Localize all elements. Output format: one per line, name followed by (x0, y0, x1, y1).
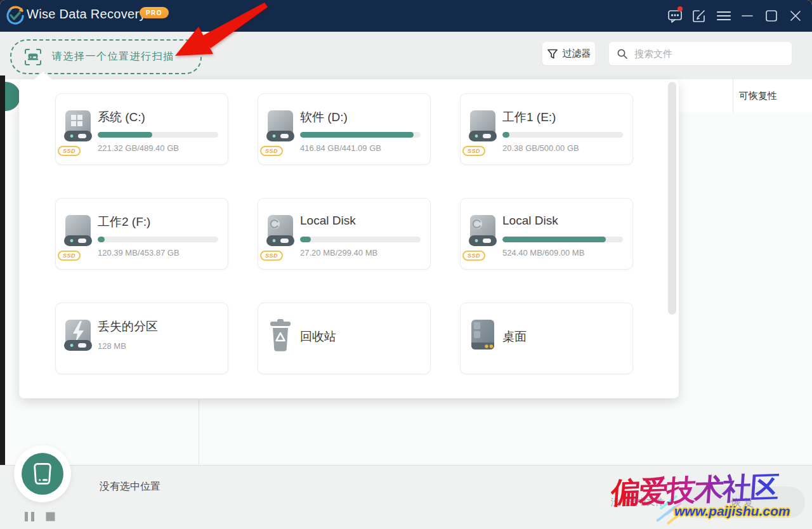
search-icon (617, 48, 628, 60)
drive-icon (265, 318, 296, 353)
drive-card[interactable]: 丢失的分区 128 MB (55, 303, 228, 374)
filter-label: 过滤器 (563, 48, 591, 60)
drive-usage-bar (98, 237, 218, 242)
app-logo-icon (5, 5, 25, 25)
drive-usage-bar (300, 237, 421, 242)
drive-usage-fill (98, 132, 152, 138)
drive-name: 工作2 (F:) (98, 214, 150, 230)
drive-capacity: 120.39 MB/453.87 GB (98, 248, 180, 258)
drive-card[interactable]: SSD Local Disk 524.40 MB/609.00 MB (460, 198, 633, 270)
drive-capacity: 524.40 MB/609.00 MB (502, 248, 584, 258)
filter-icon (547, 48, 558, 60)
drive-card[interactable]: SSD 工作1 (E:) 20.38 GB/500.00 GB (460, 93, 633, 165)
dropdown-caret (34, 72, 52, 79)
app-title: Wise Data Recovery (27, 7, 146, 22)
recover-button[interactable]: 恢复 (681, 487, 805, 518)
drive-icon (265, 214, 296, 248)
select-location-button[interactable]: 请选择一个位置进行扫描 (10, 39, 202, 74)
drive-icon (467, 109, 499, 143)
drive-card[interactable]: 回收站 (258, 303, 431, 374)
stop-icon[interactable] (45, 511, 56, 522)
drive-usage-fill (502, 132, 509, 138)
drive-capacity: 20.38 GB/500.00 GB (502, 143, 579, 153)
drive-usage-bar (98, 132, 218, 138)
drive-capacity: 416.84 GB/441.09 GB (300, 143, 381, 153)
search-box[interactable] (609, 42, 792, 65)
close-button[interactable] (784, 4, 807, 28)
feedback-icon[interactable] (664, 4, 686, 28)
drive-icon (467, 214, 499, 248)
notification-dot (678, 6, 683, 11)
scan-device-button[interactable] (14, 445, 71, 502)
status-no-file: 没有选中文件 (611, 497, 664, 508)
ssd-badge: SSD (260, 146, 283, 156)
recoverability-column-header: 可恢复性 (739, 90, 777, 102)
drive-usage-fill (300, 237, 311, 242)
left-rail (0, 75, 5, 467)
drive-usage-fill (300, 132, 414, 138)
drive-usage-fill (502, 237, 606, 242)
drive-usage-fill (98, 237, 105, 242)
drive-name: 回收站 (300, 329, 336, 345)
panel-scrollbar[interactable] (668, 82, 676, 315)
pro-badge: PRO (140, 7, 169, 18)
drive-name: 软件 (D:) (300, 109, 348, 126)
ssd-badge: SSD (260, 251, 283, 261)
scan-device-circle (22, 453, 63, 495)
drive-capacity: 221.32 GB/489.40 GB (98, 143, 179, 153)
drive-usage-bar (502, 132, 623, 138)
ssd-badge: SSD (462, 251, 485, 261)
drive-name: Local Disk (300, 214, 356, 228)
drive-name: 丢失的分区 (98, 318, 158, 335)
edit-icon[interactable] (688, 4, 710, 28)
drive-capacity: 27.20 MB/299.40 MB (300, 248, 377, 258)
maximize-button[interactable] (760, 4, 783, 28)
pause-icon[interactable] (23, 511, 36, 522)
drive-name: 工作1 (E:) (502, 109, 556, 126)
filter-button[interactable]: 过滤器 (542, 42, 595, 65)
drive-card[interactable]: SSD 工作2 (F:) 120.39 MB/453.87 GB (55, 198, 228, 270)
drive-usage-bar (300, 132, 421, 138)
drive-name: 桌面 (502, 329, 527, 345)
drive-name: Local Disk (502, 214, 558, 228)
status-no-location: 没有选中位置 (100, 480, 160, 493)
scan-location-icon (24, 48, 42, 66)
drive-icon (62, 109, 94, 143)
column-divider (733, 79, 733, 112)
menu-icon[interactable] (712, 4, 735, 28)
drive-usage-bar (502, 237, 623, 242)
drive-icon (62, 214, 94, 248)
select-location-label: 请选择一个位置进行扫描 (52, 50, 174, 63)
drive-card[interactable]: SSD 软件 (D:) 416.84 GB/441.09 GB (258, 93, 431, 165)
ssd-badge: SSD (58, 146, 81, 156)
wise-data-recovery-window: Wise Data Recovery PRO (0, 0, 812, 529)
drive-card[interactable]: 桌面 (460, 303, 633, 374)
ssd-badge: SSD (462, 146, 485, 156)
minimize-button[interactable] (736, 4, 759, 28)
drive-card[interactable]: SSD 系统 (C:) 221.32 GB/489.40 GB (55, 93, 228, 165)
drive-name: 系统 (C:) (98, 109, 145, 126)
drive-icon (265, 109, 296, 143)
titlebar: Wise Data Recovery PRO (0, 0, 812, 32)
ssd-badge: SSD (58, 251, 81, 261)
locations-dropdown-panel: SSD 系统 (C:) 221.32 GB/489.40 GB SSD 软件 (… (19, 79, 679, 398)
drive-card[interactable]: SSD Local Disk 27.20 MB/299.40 MB (258, 198, 431, 270)
search-input[interactable] (633, 48, 775, 60)
drive-capacity: 128 MB (98, 341, 126, 351)
panel-divider (199, 400, 199, 465)
drive-icon (62, 318, 94, 353)
drive-icon (467, 318, 499, 353)
drive-grid: SSD 系统 (C:) 221.32 GB/489.40 GB SSD 软件 (… (55, 93, 633, 374)
device-icon (33, 462, 52, 485)
